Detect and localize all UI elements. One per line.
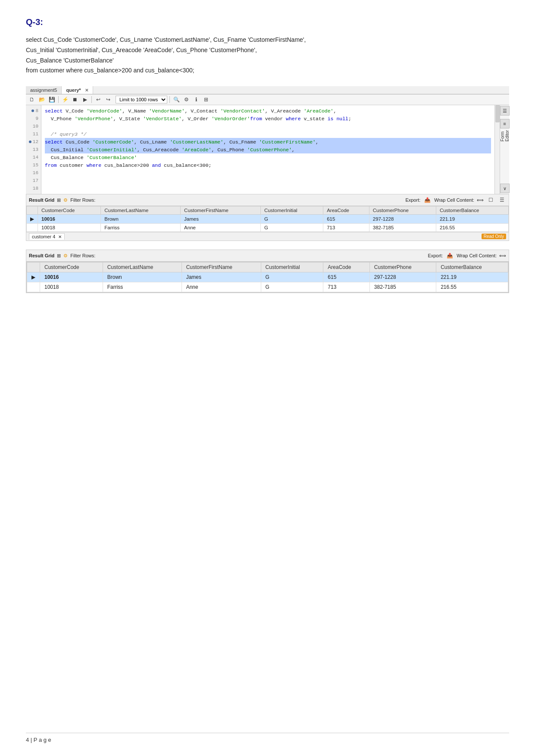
result-table-header: CustomerCode CustomerLastName CustomerFi… [27, 206, 509, 215]
enlarged-col-customerphone[interactable]: CustomerPhone [369, 262, 436, 272]
code-line-11: /* query3 */ [45, 130, 491, 138]
result-grid-view-btn[interactable]: ☐ [486, 196, 495, 204]
redo-btn[interactable]: ↪ [104, 95, 113, 104]
code-line-8: select V_Code 'VendorCode', V_Name 'Vend… [45, 107, 491, 115]
table-cell: 297-1228 [369, 272, 436, 282]
table-cell: Anne [181, 224, 261, 232]
line-num-17: 17 [28, 177, 38, 184]
enlarged-export-btn[interactable]: 📤 [445, 251, 454, 260]
line-num-14: 14 [28, 153, 38, 161]
result-grid-list-btn[interactable]: ☰ [497, 196, 506, 204]
table-cell: 615 [323, 215, 369, 224]
table-cell: 382-7185 [369, 224, 436, 232]
col-arrow [27, 206, 38, 215]
query-description: select Cus_Code 'CustomerCode', Cus_Lnam… [26, 35, 509, 76]
table-cell: 713 [323, 224, 369, 232]
enlarged-col-customercode[interactable]: CustomerCode [40, 262, 103, 272]
table-cell: 713 [323, 282, 370, 292]
toolbar-sep-1 [58, 96, 59, 103]
customer-tab[interactable]: customer 4 ✕ [29, 233, 65, 240]
table-cell: 221.19 [436, 215, 508, 224]
right-panel-btn-1[interactable]: ☰ [500, 106, 510, 116]
table-row[interactable]: ▶10016BrownJamesG615297-1228221.19 [27, 272, 508, 282]
table-cell: 297-1228 [369, 215, 436, 224]
save-file-btn[interactable]: 💾 [47, 95, 56, 104]
open-file-btn[interactable]: 📂 [38, 95, 46, 104]
right-panel-btn-2[interactable]: ≡ [500, 119, 510, 128]
result-grid-icon: ⊞ [57, 197, 61, 203]
line-num-16: 16 [28, 169, 38, 177]
page-footer: 4 | P a g e [26, 733, 509, 743]
col-customerlastname[interactable]: CustomerLastName [101, 206, 181, 215]
grid-btn[interactable]: ⊞ [202, 95, 210, 104]
ide-tab-query[interactable]: query* ✕ [62, 86, 93, 94]
table-cell: 615 [323, 272, 370, 282]
code-line-9: V_Phone 'VendorPhone', V_State 'VendorSt… [45, 115, 491, 122]
enlarged-wrap-label: Wrap Cell Content: [457, 253, 497, 258]
query-line-3: Cus_Balance 'CustomerBalance' [26, 56, 509, 66]
toolbar-sep-2 [91, 96, 92, 103]
row-arrow: ▶ [27, 272, 40, 282]
page-title: Q-3: [26, 17, 509, 27]
undo-btn[interactable]: ↩ [94, 95, 103, 104]
table-cell: 10018 [40, 282, 103, 292]
table-cell: G [260, 215, 323, 224]
stop-btn[interactable]: ⏹ [71, 95, 79, 104]
new-file-btn[interactable]: 🗋 [28, 95, 36, 104]
run-btn[interactable]: ▶ [81, 95, 89, 104]
close-tab-icon[interactable]: ✕ [85, 88, 88, 93]
col-customerphone[interactable]: CustomerPhone [369, 206, 436, 215]
col-customerfirstname[interactable]: CustomerFirstName [181, 206, 261, 215]
ide-tab-assignment5[interactable]: assignment5 [26, 86, 62, 94]
filter-btn[interactable]: ⚙ [182, 95, 191, 104]
form-editor-side-label: FormEditor [499, 129, 510, 142]
code-line-15: from customer where cus_balance>200 and … [45, 161, 491, 169]
enlarged-col-customerfirstname[interactable]: CustomerFirstName [181, 262, 261, 272]
enlarged-col-areacode[interactable]: AreaCode [323, 262, 370, 272]
code-line-16 [45, 169, 491, 177]
ide-scrollbar[interactable] [494, 105, 500, 194]
result-table-body: ▶10016BrownJamesG615297-1228221.1910018F… [27, 215, 509, 232]
filter-rows-label: Filter Rows: [70, 197, 95, 203]
enlarged-table: CustomerCode CustomerLastName CustomerFi… [27, 262, 508, 292]
result-table: CustomerCode CustomerLastName CustomerFi… [26, 206, 509, 232]
enlarged-result-wrapper: Result Grid ⊞ ⚙ Filter Rows: Export: 📤 W… [26, 250, 509, 293]
col-customerinitial[interactable]: CustomerInitial [260, 206, 323, 215]
table-row[interactable]: ▶10016BrownJamesG615297-1228221.19 [27, 215, 509, 224]
row-arrow: ▶ [27, 215, 38, 224]
info-btn[interactable]: ℹ [192, 95, 200, 104]
right-panel-btn-down[interactable]: ∨ [500, 184, 510, 193]
table-cell: James [181, 215, 261, 224]
result-grid-filter-icon: ⚙ [63, 197, 68, 203]
limit-rows-select[interactable]: Limit to 1000 rows [116, 96, 167, 103]
enlarged-col-customerinitial[interactable]: CustomerInitial [261, 262, 323, 272]
enlarged-wrap-icon: ⟺ [499, 253, 506, 259]
enlarged-col-customerbalance[interactable]: CustomerBalance [436, 262, 508, 272]
row-arrow [27, 282, 40, 292]
enlarged-result-bar-right: Export: 📤 Wrap Cell Content: ⟺ [428, 251, 506, 260]
execute-btn[interactable]: ⚡ [61, 95, 69, 104]
code-line-18 [45, 184, 491, 192]
export-label: Export: [405, 197, 420, 203]
search-btn[interactable]: 🔍 [172, 95, 181, 104]
col-areacode[interactable]: AreaCode [323, 206, 369, 215]
enlarged-col-customerlastname[interactable]: CustomerLastName [103, 262, 181, 272]
code-line-17 [45, 177, 491, 184]
table-row[interactable]: 10018FarrissAnneG713382-7185216.55 [27, 282, 508, 292]
table-cell: G [261, 272, 323, 282]
enlarged-grid-icon: ⊞ [57, 253, 61, 259]
ide-editor-body: 8 9 10 11 12 13 14 15 16 17 18 select V_… [26, 105, 509, 194]
enlarged-table-wrapper: CustomerCode CustomerLastName CustomerFi… [26, 262, 509, 293]
query-line-4: from customer where cus_balance>200 and … [26, 66, 509, 76]
table-cell: Anne [181, 282, 261, 292]
ide-editor[interactable]: 8 9 10 11 12 13 14 15 16 17 18 select V_… [26, 105, 494, 194]
code-area[interactable]: select V_Code 'VendorCode', V_Name 'Vend… [41, 105, 494, 194]
col-customercode[interactable]: CustomerCode [38, 206, 101, 215]
enlarged-export-label: Export: [428, 253, 443, 258]
export-btn[interactable]: 📤 [423, 196, 432, 204]
table-cell: James [181, 272, 261, 282]
code-line-10 [45, 122, 491, 130]
col-customerbalance[interactable]: CustomerBalance [436, 206, 508, 215]
table-row[interactable]: 10018FarrissAnneG713382-7185216.55 [27, 224, 509, 232]
close-bottom-tab-icon[interactable]: ✕ [58, 234, 62, 239]
